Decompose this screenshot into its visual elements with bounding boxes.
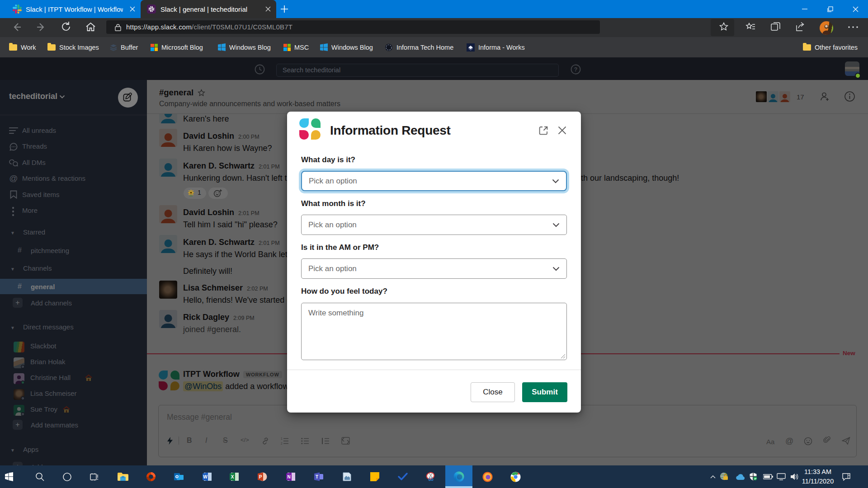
- svg-text:X: X: [231, 474, 234, 479]
- svg-text:P: P: [259, 474, 262, 479]
- svg-text:N: N: [287, 474, 290, 479]
- svg-text:T: T: [316, 474, 318, 479]
- svg-text:W: W: [203, 474, 208, 479]
